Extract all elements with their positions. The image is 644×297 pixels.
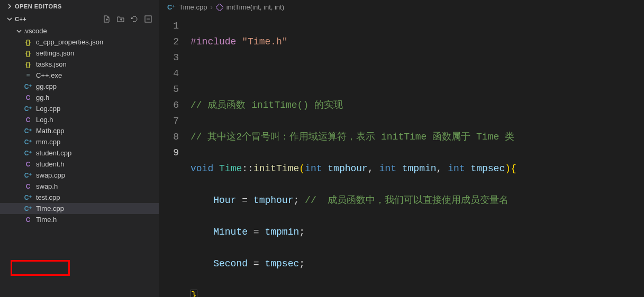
cpp-icon: C⁺ [23,172,33,179]
file-student-h[interactable]: C student.h [0,159,159,170]
folder-vscode[interactable]: .vscode [0,25,159,36]
code-line[interactable]: Minute = tmpmin; [191,224,644,240]
header-icon: C [23,94,33,101]
header-icon: C [23,161,33,168]
cpp-icon: C⁺ [23,205,33,212]
file-label: student.cpp [36,149,71,157]
open-editors-label: OPEN EDITORS [15,3,62,10]
file-tasks-json[interactable]: {} tasks.json [0,59,159,70]
code-line[interactable]: Hour = tmphour; // 成员函数中，我们可以直接使用成员变量名 [191,192,644,208]
file-tree: .vscode {} c_cpp_properties.json {} sett… [0,25,159,297]
explorer-toolbar [103,15,152,23]
file-label: Log.cpp [36,105,60,113]
code-line[interactable] [191,66,644,81]
breadcrumb-file[interactable]: Time.cpp [179,3,207,11]
editor-area: C⁺ Time.cpp › initTime(int, int, int) 1 … [159,0,644,297]
file-c-cpp-properties[interactable]: {} c_cpp_properties.json [0,36,159,48]
code-line[interactable]: // 成员函数 initTime() 的实现 [191,97,644,113]
cpp-icon: C⁺ [23,127,33,135]
chevron-down-icon [6,16,13,22]
file-mm-cpp[interactable]: C⁺ mm.cpp [0,136,159,147]
line-number: 1 [159,18,179,34]
cpp-icon: C⁺ [23,138,33,146]
code-editor[interactable]: 1 2 3 4 5 6 7 8 9 #include "Time.h" // 成… [159,15,644,297]
chevron-right-icon: › [210,3,212,11]
svg-rect-1 [216,4,223,11]
file-log-h[interactable]: C Log.h [0,114,159,125]
code-lines[interactable]: #include "Time.h" // 成员函数 initTime() 的实现… [191,18,644,297]
line-number: 5 [159,81,179,97]
cpp-icon: C⁺ [23,83,33,90]
header-icon: C [23,216,33,224]
root-folder-label: C++ [15,16,103,22]
file-label: student.h [36,160,65,168]
code-line[interactable]: } [191,287,644,297]
breadcrumb-symbol[interactable]: initTime(int, int, int) [226,3,284,11]
code-line[interactable]: Second = tmpsec; [191,256,644,272]
file-time-h[interactable]: C Time.h [0,214,159,225]
code-line[interactable]: void Time::initTime(int tmphour, int tmp… [191,161,644,177]
refresh-icon[interactable] [130,15,139,23]
line-number: 8 [159,129,179,145]
file-label: Time.cpp [36,205,64,212]
header-icon: C [23,183,33,190]
collapse-icon[interactable] [144,15,152,23]
file-label: settings.json [36,49,74,57]
file-gg-cpp[interactable]: C⁺ gg.cpp [0,81,159,92]
file-gg-h[interactable]: C gg.h [0,92,159,103]
cpp-icon: C⁺ [23,150,33,157]
header-icon: C [23,116,33,124]
open-editors-header[interactable]: OPEN EDITORS [0,0,159,13]
symbol-icon [216,4,223,11]
code-line[interactable]: #include "Time.h" [191,34,644,50]
line-number: 7 [159,113,179,129]
file-test-cpp[interactable]: C⁺ test.cpp [0,192,159,203]
file-label: C++.exe [36,71,62,79]
chevron-down-icon [15,28,23,34]
file-swap-cpp[interactable]: C⁺ swap.cpp [0,170,159,181]
file-log-cpp[interactable]: C⁺ Log.cpp [0,103,159,114]
new-folder-icon[interactable] [116,15,125,23]
json-icon: {} [23,61,33,68]
exe-icon: ≡ [23,72,33,79]
line-gutter: 1 2 3 4 5 6 7 8 9 [159,18,191,297]
file-swap-h[interactable]: C swap.h [0,181,159,192]
file-math-cpp[interactable]: C⁺ Math.cpp [0,125,159,136]
cpp-icon: C⁺ [167,3,176,11]
file-label: swap.cpp [36,171,65,179]
file-time-cpp[interactable]: C⁺ Time.cpp [0,203,159,214]
file-label: gg.h [36,94,49,101]
cpp-icon: C⁺ [23,105,33,113]
line-number: 3 [159,50,179,66]
root-folder-header[interactable]: C++ [0,13,159,25]
folder-label: .vscode [23,27,47,35]
chevron-right-icon [6,3,13,10]
file-label: Time.h [36,216,57,224]
file-label: Log.h [36,116,53,124]
file-student-cpp[interactable]: C⁺ student.cpp [0,147,159,159]
new-file-icon[interactable] [103,15,111,23]
breadcrumb[interactable]: C⁺ Time.cpp › initTime(int, int, int) [159,0,644,15]
file-label: c_cpp_properties.json [36,38,103,46]
file-label: gg.cpp [36,82,57,90]
line-number: 4 [159,66,179,81]
highlight-annotation [11,260,70,276]
file-settings-json[interactable]: {} settings.json [0,48,159,59]
cpp-icon: C⁺ [23,194,33,201]
line-number: 9 [159,145,179,161]
json-icon: {} [23,39,33,46]
file-label: test.cpp [36,193,60,201]
code-line[interactable]: // 其中这2个冒号叫：作用域运算符，表示 initTime 函数属于 Time… [191,129,644,145]
file-label: tasks.json [36,60,67,68]
file-label: mm.cpp [36,138,60,146]
line-number: 2 [159,34,179,50]
json-icon: {} [23,50,33,57]
file-label: swap.h [36,182,58,190]
file-cpp-exe[interactable]: ≡ C++.exe [0,70,159,81]
line-number: 6 [159,97,179,113]
sidebar: OPEN EDITORS C++ .vscode [0,0,159,297]
file-label: Math.cpp [36,127,64,135]
